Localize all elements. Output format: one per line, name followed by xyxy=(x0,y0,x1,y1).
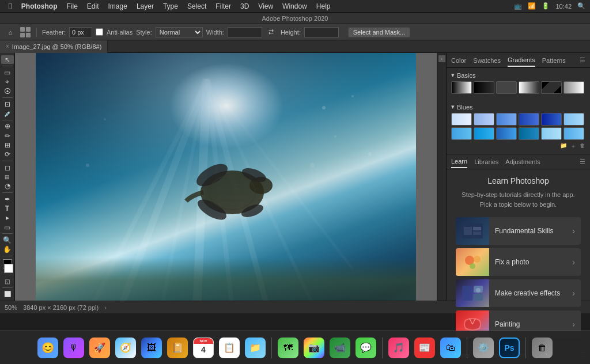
style-select[interactable]: Normal Fixed Ratio Fixed Size xyxy=(156,27,203,37)
blur-btn[interactable]: ◔ xyxy=(1,182,14,191)
shape-btn[interactable]: ▭ xyxy=(1,223,14,232)
scroll-arrow[interactable]: › xyxy=(104,304,107,311)
dock-safari[interactable]: 🧭 xyxy=(114,336,138,360)
dock-maps[interactable]: 🗺 xyxy=(276,336,300,360)
pen-btn[interactable]: ✒ xyxy=(1,195,14,203)
tab-swatches[interactable]: Swatches xyxy=(473,55,501,66)
dock-photos-app[interactable]: 🖼 xyxy=(139,336,164,360)
tutorial-fix-photo[interactable]: Fix a photo › xyxy=(456,248,581,276)
tab-adjustments[interactable]: Adjustments xyxy=(505,156,540,168)
dock-siri[interactable]: 🎙 xyxy=(62,336,86,360)
tutorial-creative-effects[interactable]: Make creative effects › xyxy=(456,279,581,307)
eraser-btn[interactable]: ◻ xyxy=(1,163,14,172)
tool-options-icon[interactable] xyxy=(20,26,31,38)
dock-news[interactable]: 📰 xyxy=(413,336,437,360)
healing-btn[interactable]: ⊕ xyxy=(1,122,14,131)
gradient-swatch[interactable] xyxy=(451,113,472,126)
gradient-btn[interactable]: ▤ xyxy=(1,172,14,181)
menu-select[interactable]: Select xyxy=(183,1,210,12)
crop-tool-btn[interactable]: ⊡ xyxy=(1,100,14,108)
blues-arrow[interactable]: ▾ xyxy=(451,103,455,111)
dock-finder[interactable]: 😊 xyxy=(36,336,60,360)
gradient-swatch[interactable] xyxy=(519,127,539,140)
dock-files[interactable]: 📁 xyxy=(243,336,267,360)
quick-mask-btn[interactable]: ◱ xyxy=(1,277,14,286)
dock-reminders[interactable]: 📋 xyxy=(217,336,241,360)
dock-contacts[interactable]: 📔 xyxy=(165,336,190,360)
folder-icon[interactable]: 📁 xyxy=(560,142,567,150)
menu-filter[interactable]: Filter xyxy=(211,1,235,12)
doc-close-btn[interactable]: × xyxy=(6,43,9,50)
home-icon[interactable]: ⌂ xyxy=(5,26,16,38)
menu-help[interactable]: Help xyxy=(312,1,335,12)
menu-image[interactable]: Image xyxy=(104,1,131,12)
screen-mode-btn[interactable]: ⬜ xyxy=(1,290,14,298)
eyedropper-btn[interactable]: 💉 xyxy=(1,109,14,117)
dock-calendar[interactable]: NOV 4 xyxy=(191,336,215,360)
antialias-checkbox[interactable] xyxy=(96,28,103,36)
delete-gradient-icon[interactable]: 🗑 xyxy=(580,142,585,150)
dock-music[interactable]: 🎵 xyxy=(387,336,411,360)
learn-menu-icon[interactable]: ☰ xyxy=(580,158,585,165)
gradient-swatch[interactable] xyxy=(451,81,472,94)
dock-photoshop[interactable]: Ps xyxy=(497,336,521,360)
menu-photoshop[interactable]: Photoshop xyxy=(17,1,62,12)
feather-input[interactable] xyxy=(69,27,92,37)
gradient-swatch[interactable] xyxy=(563,127,584,140)
gradient-swatch[interactable] xyxy=(541,127,562,140)
add-gradient-icon[interactable]: ＋ xyxy=(570,142,576,150)
menu-view[interactable]: View xyxy=(254,1,277,12)
panel-menu-icon[interactable]: ☰ xyxy=(580,56,585,64)
basics-arrow[interactable]: ▾ xyxy=(451,71,455,79)
gradient-swatch[interactable] xyxy=(496,113,517,126)
gradient-swatch[interactable] xyxy=(541,113,562,126)
menu-3d[interactable]: 3D xyxy=(236,1,253,12)
gradient-swatch[interactable] xyxy=(496,127,517,140)
gradient-swatch[interactable] xyxy=(563,113,584,126)
marquee-tool-btn[interactable]: ▭ xyxy=(1,68,14,77)
history-btn[interactable]: ⟳ xyxy=(1,150,14,159)
quick-select-btn[interactable]: ⦿ xyxy=(1,87,14,96)
select-mask-button[interactable]: Select and Mask... xyxy=(348,27,411,37)
menu-edit[interactable]: Edit xyxy=(83,1,103,12)
text-btn[interactable]: T xyxy=(1,204,14,213)
width-input[interactable] xyxy=(228,27,262,37)
tab-color[interactable]: Color xyxy=(451,55,466,66)
dock-appstore[interactable]: 🛍 xyxy=(438,336,463,360)
hand-btn[interactable]: ✋ xyxy=(1,245,14,254)
dock-messages[interactable]: 💬 xyxy=(354,336,378,360)
tab-libraries[interactable]: Libraries xyxy=(474,156,498,168)
dock-photos[interactable]: 📷 xyxy=(302,336,326,360)
clone-btn[interactable]: ⊞ xyxy=(1,141,14,149)
background-color[interactable] xyxy=(4,264,13,273)
move-tool-btn[interactable]: ↖ xyxy=(1,55,14,64)
dock-launchpad[interactable]: 🚀 xyxy=(88,336,112,360)
gradient-swatch[interactable] xyxy=(563,81,584,94)
swap-icon[interactable]: ⇄ xyxy=(266,26,277,38)
gradient-swatch[interactable] xyxy=(474,113,494,126)
gradient-swatch[interactable] xyxy=(451,127,472,140)
menu-window[interactable]: Window xyxy=(278,1,311,12)
menu-type[interactable]: Type xyxy=(159,1,182,12)
document-tab[interactable]: × Image_27.jpg @ 50% (RGB/8#) xyxy=(0,40,108,53)
dock-facetime[interactable]: 📹 xyxy=(328,336,352,360)
tab-gradients[interactable]: Gradients xyxy=(508,54,535,67)
lasso-tool-btn[interactable]: ⌖ xyxy=(1,78,14,86)
gradient-swatch[interactable] xyxy=(496,81,517,94)
search-icon[interactable]: 🔍 xyxy=(577,2,585,10)
gradient-swatch[interactable] xyxy=(519,81,539,94)
tab-learn[interactable]: Learn xyxy=(451,156,467,168)
gradient-swatch[interactable] xyxy=(474,81,494,94)
brush-btn[interactable]: ✏ xyxy=(1,131,14,140)
menu-file[interactable]: File xyxy=(63,1,82,12)
gradient-swatch[interactable] xyxy=(474,127,494,140)
gradient-swatch[interactable] xyxy=(519,113,539,126)
apple-menu[interactable]:  xyxy=(5,0,16,13)
collapse-btn[interactable]: › xyxy=(438,55,445,62)
gradient-swatch[interactable] xyxy=(541,81,562,94)
tab-patterns[interactable]: Patterns xyxy=(542,55,566,66)
zoom-btn[interactable]: 🔍 xyxy=(1,236,14,244)
dock-system-prefs[interactable]: ⚙️ xyxy=(471,336,496,360)
dock-trash[interactable]: 🗑 xyxy=(530,336,554,360)
menu-layer[interactable]: Layer xyxy=(133,1,158,12)
